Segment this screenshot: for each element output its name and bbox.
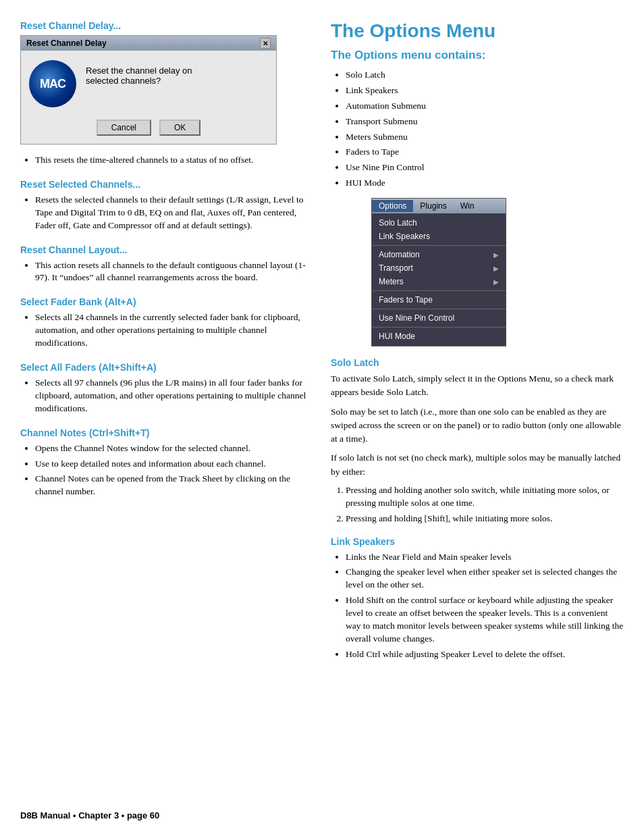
menu-item-use-nine-pin-label: Use Nine Pin Control [379,313,454,323]
menu-item-meters: Meters ▶ [372,275,506,288]
options-list-item-4: Transport Submenu [346,115,624,128]
link-speakers-bullets: Links the Near Field and Main speaker le… [331,551,624,661]
select-all-faders-heading: Select All Faders (Alt+Shift+A) [20,362,311,373]
dialog-message-line2: selected channels? [86,76,192,86]
transport-arrow-icon: ▶ [493,265,499,272]
channel-notes-bullet-1: Opens the Channel Notes window for the s… [35,442,311,455]
menu-separator-2 [372,290,506,291]
select-all-faders-bullets: Selects all 97 channels (96 plus the L/R… [20,377,311,415]
options-list-item-8: HUI Mode [346,177,624,190]
menu-bar: Options Plugins Win [372,199,506,213]
dialog-ok-button[interactable]: OK [159,120,200,136]
reset-selected-bullet-1: Resets the selected channels to their de… [35,194,311,232]
menu-item-meters-label: Meters [379,277,404,286]
options-sub-heading: The Options menu contains: [331,49,624,62]
options-list-item-5: Meters Submenu [346,131,624,144]
dialog-mac-icon: MAC [29,60,76,107]
left-column: Reset Channel Delay... Reset Channel Del… [20,20,311,807]
page-title: The Options Menu [331,20,624,42]
link-speakers-bullet-2: Changing the speaker level when either s… [346,566,624,592]
options-list-item-1: Solo Latch [346,69,624,82]
menu-item-link-speakers-label: Link Speakers [379,232,430,241]
menu-item-hui-mode-label: HUI Mode [379,332,415,341]
solo-latch-para-3: If solo latch is not set (no check mark)… [331,451,624,479]
link-speakers-heading: Link Speakers [331,536,624,547]
options-menu-items-list: Solo Latch Link Speakers Automation Subm… [331,69,624,190]
link-speakers-bullet-4: Hold Ctrl while adjusting Speaker Level … [346,648,624,661]
menu-item-automation: Automation ▶ [372,248,506,261]
dialog-cancel-button[interactable]: Cancel [97,120,151,136]
reset-delay-bullets: This resets the time-altered channels to… [20,154,311,167]
reset-channel-delay-heading: Reset Channel Delay... [20,20,311,31]
menu-bar-plugins: Plugins [413,200,453,212]
menu-separator-1 [372,245,506,246]
options-menu-screenshot: Options Plugins Win Solo Latch Link Spea… [371,198,506,346]
link-speakers-bullet-3: Hold Shift on the control surface or key… [346,594,624,646]
solo-latch-numbered-list: Pressing and holding another solo switch… [331,484,624,525]
automation-arrow-icon: ▶ [493,251,499,259]
dialog-close-button[interactable]: ✕ [260,38,271,49]
menu-bar-options: Options [372,200,413,212]
menu-item-hui-mode: HUI Mode [372,330,506,343]
select-fader-bank-heading: Select Fader Bank (Alt+A) [20,296,311,307]
channel-notes-heading: Channel Notes (Ctrl+Shift+T) [20,427,311,438]
options-list-item-2: Link Speakers [346,84,624,97]
menu-separator-3 [372,309,506,309]
menu-bar-win: Win [454,200,481,212]
right-column: The Options Menu The Options menu contai… [331,20,624,807]
reset-selected-heading: Reset Selected Channels... [20,179,311,190]
reset-layout-bullet-1: This action resets all channels to the d… [35,259,311,285]
close-icon: ✕ [263,40,268,47]
channel-notes-bullet-3: Channel Notes can be opened from the Tra… [35,473,311,498]
menu-item-link-speakers: Link Speakers [372,230,506,243]
select-fader-bank-bullet-1: Selects all 24 channels in the currently… [35,311,311,350]
solo-latch-para-2: Solo may be set to latch (i.e., more tha… [331,405,624,446]
solo-latch-numbered-1: Pressing and holding another solo switch… [346,484,624,510]
solo-latch-para-1: To activate Solo Latch, simply select it… [331,372,624,400]
reset-channel-delay-dialog: Reset Channel Delay ✕ MAC Reset the chan… [20,35,277,145]
reset-layout-bullets: This action resets all channels to the d… [20,259,311,285]
dialog-title: Reset Channel Delay [26,38,107,48]
menu-item-use-nine-pin: Use Nine Pin Control [372,311,506,325]
menu-item-solo-latch-label: Solo Latch [379,218,417,228]
dialog-message: Reset the channel delay on selected chan… [86,60,192,86]
dialog-icon-text: MAC [40,77,65,91]
footer: D8B Manual • Chapter 3 • page 60 [20,810,159,820]
dialog-message-line1: Reset the channel delay on [86,66,192,76]
footer-text: D8B Manual • Chapter 3 • page 60 [20,810,159,820]
options-list-item-7: Use Nine Pin Control [346,161,624,174]
menu-item-transport: Transport ▶ [372,261,506,275]
select-fader-bank-bullets: Selects all 24 channels in the currently… [20,311,311,350]
meters-arrow-icon: ▶ [493,278,499,286]
options-list-item-3: Automation Submenu [346,100,624,113]
menu-item-transport-label: Transport [379,263,413,273]
reset-delay-bullet-1: This resets the time-altered channels to… [35,154,311,167]
select-all-faders-bullet-1: Selects all 97 channels (96 plus the L/R… [35,377,311,415]
reset-layout-heading: Reset Channel Layout... [20,244,311,255]
dialog-buttons: Cancel OK [21,115,276,144]
link-speakers-bullet-1: Links the Near Field and Main speaker le… [346,551,624,564]
solo-latch-numbered-2: Pressing and holding [Shift], while init… [346,513,624,525]
menu-item-automation-label: Automation [379,250,420,259]
channel-notes-bullets: Opens the Channel Notes window for the s… [20,442,311,499]
options-list-item-6: Faders to Tape [346,146,624,159]
menu-item-solo-latch: Solo Latch [372,216,506,230]
reset-selected-bullets: Resets the selected channels to their de… [20,194,311,232]
channel-notes-bullet-2: Use to keep detailed notes and informati… [35,458,311,471]
solo-latch-heading: Solo Latch [331,357,624,368]
menu-separator-4 [372,327,506,328]
dialog-title-bar: Reset Channel Delay ✕ [21,36,276,51]
menu-item-faders-to-tape-label: Faders to Tape [379,295,433,305]
dialog-body: MAC Reset the channel delay on selected … [21,51,276,115]
menu-item-faders-to-tape: Faders to Tape [372,293,506,307]
